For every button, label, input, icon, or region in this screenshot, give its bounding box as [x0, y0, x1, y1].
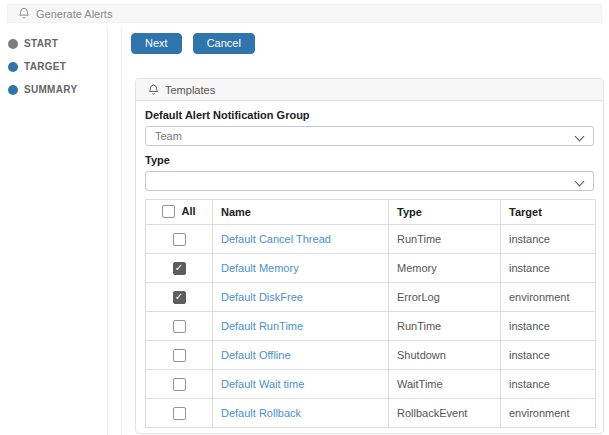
wizard-step-summary[interactable]: SUMMARY: [8, 84, 77, 95]
template-name-link[interactable]: Default Memory: [221, 262, 299, 274]
row-checkbox[interactable]: [173, 291, 186, 304]
wizard-steps: STARTTARGETSUMMARY: [8, 38, 77, 95]
column-header-type: Type: [389, 200, 501, 225]
column-header-label: All: [181, 205, 195, 217]
templates-panel-header: Templates: [136, 79, 603, 101]
row-checkbox-cell: [146, 370, 213, 399]
row-checkbox-cell: [146, 225, 213, 254]
template-type-cell: RunTime: [389, 225, 501, 254]
template-name-cell: Default Cancel Thread: [213, 225, 389, 254]
step-label: TARGET: [24, 61, 66, 72]
template-target-cell: instance: [501, 254, 596, 283]
select-all-wrap: All: [162, 205, 195, 218]
templates-table-body: Default Cancel ThreadRunTimeinstanceDefa…: [146, 225, 596, 428]
template-type-cell: ErrorLog: [389, 283, 501, 312]
template-name-link[interactable]: Default Cancel Thread: [221, 233, 331, 245]
template-name-cell: Default Rollback: [213, 399, 389, 428]
bell-icon: [18, 7, 30, 20]
bell-icon: [148, 84, 159, 96]
template-name-link[interactable]: Default Wait time: [221, 378, 304, 390]
template-target-cell: environment: [501, 283, 596, 312]
template-name-link[interactable]: Default RunTime: [221, 320, 303, 332]
row-checkbox-cell: [146, 283, 213, 312]
row-checkbox[interactable]: [173, 262, 186, 275]
template-type-cell: RollbackEvent: [389, 399, 501, 428]
template-name-link[interactable]: Default Rollback: [221, 407, 301, 419]
step-dot-icon: [8, 62, 18, 72]
row-checkbox[interactable]: [173, 320, 186, 333]
template-name-cell: Default Offline: [213, 341, 389, 370]
template-target-cell: instance: [501, 312, 596, 341]
table-row: Default OfflineShutdowninstance: [146, 341, 596, 370]
column-header-target: Target: [501, 200, 596, 225]
template-target-cell: environment: [501, 399, 596, 428]
template-name-cell: Default DiskFree: [213, 283, 389, 312]
action-button-row: Next Cancel: [131, 33, 255, 54]
template-target-cell: instance: [501, 341, 596, 370]
template-name-cell: Default Memory: [213, 254, 389, 283]
table-row: Default RunTimeRunTimeinstance: [146, 312, 596, 341]
column-header-name: Name: [213, 200, 389, 225]
column-header-all: All: [146, 200, 213, 225]
template-name-link[interactable]: Default Offline: [221, 349, 291, 361]
template-name-cell: Default Wait time: [213, 370, 389, 399]
chevron-down-icon: [575, 132, 585, 142]
page-title: Generate Alerts: [36, 8, 112, 20]
step-dot-icon: [8, 85, 18, 95]
template-type-cell: WaitTime: [389, 370, 501, 399]
row-checkbox[interactable]: [173, 349, 186, 362]
row-checkbox-cell: [146, 312, 213, 341]
table-row: Default MemoryMemoryinstance: [146, 254, 596, 283]
row-checkbox-cell: [146, 254, 213, 283]
row-checkbox[interactable]: [173, 233, 186, 246]
template-name-cell: Default RunTime: [213, 312, 389, 341]
row-checkbox[interactable]: [173, 407, 186, 420]
table-header-row: AllNameTypeTarget: [146, 200, 596, 225]
template-name-link[interactable]: Default DiskFree: [221, 291, 303, 303]
template-type-cell: RunTime: [389, 312, 501, 341]
content-divider: [121, 27, 122, 435]
wizard-step-target[interactable]: TARGET: [8, 61, 77, 72]
step-label: START: [24, 38, 58, 49]
type-filter-select[interactable]: [145, 171, 594, 191]
table-row: Default RollbackRollbackEventenvironment: [146, 399, 596, 428]
step-dot-icon: [8, 39, 18, 49]
table-row: Default Wait timeWaitTimeinstance: [146, 370, 596, 399]
app-header: Generate Alerts: [7, 4, 602, 23]
row-checkbox-cell: [146, 399, 213, 428]
templates-panel-body: Default Alert Notification Group Team Ty…: [136, 101, 603, 428]
panel-title: Templates: [165, 84, 215, 96]
template-type-cell: Shutdown: [389, 341, 501, 370]
table-row: Default DiskFreeErrorLogenvironment: [146, 283, 596, 312]
row-checkbox[interactable]: [173, 378, 186, 391]
type-filter-label: Type: [145, 154, 594, 166]
select-all-checkbox[interactable]: [162, 205, 175, 218]
step-label: SUMMARY: [24, 84, 77, 95]
wizard-step-start[interactable]: START: [8, 38, 77, 49]
template-type-cell: Memory: [389, 254, 501, 283]
next-button[interactable]: Next: [131, 33, 182, 54]
template-target-cell: instance: [501, 225, 596, 254]
row-checkbox-cell: [146, 341, 213, 370]
templates-table: AllNameTypeTarget Default Cancel ThreadR…: [145, 199, 596, 428]
sidebar-divider: [107, 27, 108, 435]
notification-group-value: Team: [155, 130, 182, 142]
template-target-cell: instance: [501, 370, 596, 399]
notification-group-select[interactable]: Team: [145, 126, 594, 146]
templates-panel: Templates Default Alert Notification Gro…: [135, 78, 604, 434]
chevron-down-icon: [575, 177, 585, 187]
notification-group-label: Default Alert Notification Group: [145, 109, 594, 121]
table-row: Default Cancel ThreadRunTimeinstance: [146, 225, 596, 254]
cancel-button[interactable]: Cancel: [193, 33, 255, 54]
